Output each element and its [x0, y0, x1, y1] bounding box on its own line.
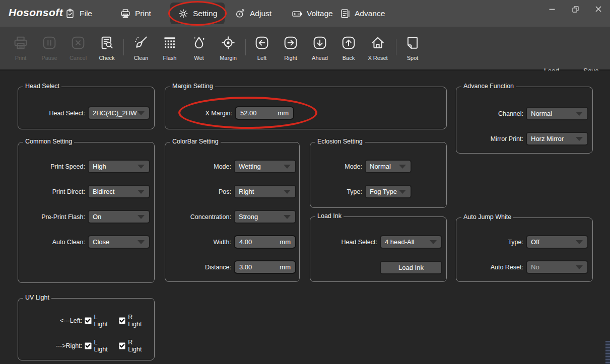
chevron-down-icon — [284, 215, 291, 219]
dropdown-value: Fog Type — [370, 188, 397, 195]
toolbar-ahead[interactable]: Ahead — [305, 30, 334, 69]
print-speed-dropdown[interactable]: High — [88, 160, 150, 173]
toolbar-check[interactable]: Check — [92, 30, 121, 69]
pause-icon — [41, 30, 57, 51]
minimize-button[interactable] — [545, 2, 560, 16]
panel-title: Head Select — [23, 83, 61, 90]
uv-left-l-light-label: L Light — [94, 314, 112, 328]
chevron-down-icon — [138, 190, 145, 194]
panel-title: ColorBar Setting — [170, 138, 221, 145]
toolbar-x-reset[interactable]: X Reset — [363, 30, 392, 69]
chevron-down-icon — [138, 240, 145, 244]
toolbar-flash[interactable]: Flash — [155, 30, 184, 69]
arrow-down-icon — [312, 30, 328, 51]
auto-reset-dropdown[interactable]: No — [526, 260, 588, 274]
channel-dropdown[interactable]: Normal — [526, 107, 588, 120]
panel-uv-light: UV Light <---Left: L Light R Light --->R… — [18, 298, 155, 360]
unit-label: mm — [280, 238, 291, 246]
colorbar-width-input[interactable]: 4.00 mm — [234, 235, 296, 249]
toolbar-left[interactable]: Left — [247, 30, 277, 69]
pre-print-flash-dropdown[interactable]: On — [88, 210, 150, 224]
check-document-icon — [99, 30, 115, 51]
eclosion-mode-dropdown[interactable]: Normal — [365, 160, 412, 173]
document-icon — [340, 8, 351, 19]
menu-item-setting[interactable]: Setting — [170, 3, 225, 24]
chevron-down-icon — [138, 165, 145, 169]
panel-auto-jump-white: Auto Jump White Type: Off Auto Reset: No — [456, 217, 593, 282]
toolbar-wet[interactable]: Wet — [184, 30, 214, 69]
menu-item-advance[interactable]: Advance — [340, 0, 385, 27]
arrow-up-icon — [341, 30, 357, 51]
uv-right-l-light-label: L Light — [94, 339, 112, 353]
toolbar-right[interactable]: Right — [276, 30, 305, 69]
dropdown-value: No — [531, 263, 539, 271]
toolbar-spot[interactable]: Spot — [398, 30, 427, 69]
chevron-down-icon — [576, 112, 583, 116]
panel-title: UV Light — [23, 294, 51, 301]
dropdown-value: Bidirect — [93, 188, 114, 195]
pre-print-flash-label: Pre-Print Flash: — [23, 213, 85, 221]
settings-content: Head Select Head Select: 2HC(4C)_2HW Mar… — [0, 70, 610, 364]
head-select-dropdown[interactable]: 2HC(4C)_2HW — [88, 106, 150, 120]
panel-head-select: Head Select Head Select: 2HC(4C)_2HW — [18, 87, 155, 129]
panel-common-setting: Common Setting Print Speed: High Print D… — [18, 142, 155, 283]
x-margin-input[interactable]: 52.00 mm — [235, 106, 294, 120]
uv-right-r-light-checkbox[interactable] — [119, 342, 125, 349]
input-value: 3.00 — [239, 263, 252, 271]
toolbar-back[interactable]: Back — [334, 30, 363, 69]
print-speed-label: Print Speed: — [23, 163, 85, 170]
menu-item-voltage[interactable]: Voltage — [291, 0, 333, 27]
colorbar-distance-input[interactable]: 3.00 mm — [234, 260, 296, 274]
uv-left-r-light-checkbox[interactable] — [119, 317, 125, 324]
toolbar-margin[interactable]: Margin — [214, 30, 243, 69]
cancel-icon — [70, 30, 86, 51]
panel-colorbar-setting: ColorBar Setting Mode: Wetting Pos: Righ… — [165, 142, 300, 282]
uv-right-l-light-checkbox[interactable] — [85, 342, 91, 349]
spot-page-icon — [404, 30, 421, 51]
menu-item-print[interactable]: Print — [120, 0, 151, 27]
toolbar-clean[interactable]: Clean — [126, 30, 156, 69]
panel-title: Advance Function — [461, 83, 516, 90]
clipboard-icon — [64, 8, 76, 19]
dropdown-value: Close — [93, 238, 109, 246]
menu-item-label: File — [80, 9, 92, 18]
auto-clean-dropdown[interactable]: Close — [88, 235, 150, 249]
panel-advance-function: Advance Function Channel: Normal Mirror … — [456, 87, 593, 154]
close-button[interactable] — [591, 2, 606, 16]
dropdown-value: On — [93, 213, 101, 221]
arrow-right-icon — [283, 30, 299, 51]
panel-title: Auto Jump White — [461, 213, 513, 221]
jump-type-dropdown[interactable]: Off — [526, 235, 588, 249]
dropdown-value: Normal — [531, 110, 552, 117]
mirror-print-label: Mirror Print: — [461, 135, 523, 142]
load-ink-head-select-dropdown[interactable]: 4 head-All — [380, 235, 442, 249]
arrow-left-icon — [254, 30, 270, 51]
wet-drop-icon — [191, 30, 207, 51]
menu-item-label: Print — [135, 9, 151, 18]
menu-bar: Hosonsoft File Print — [0, 0, 610, 27]
menu-item-adjust[interactable]: Adjust — [235, 0, 272, 27]
panel-load-ink: Load Ink Head Select: 4 head-All Load In… — [310, 216, 447, 282]
colorbar-concentration-label: Concentration: — [170, 213, 231, 221]
colorbar-pos-dropdown[interactable]: Right — [234, 185, 296, 198]
eclosion-type-dropdown[interactable]: Fog Type — [365, 185, 412, 198]
uv-left-l-light-checkbox[interactable] — [85, 317, 91, 324]
window-controls — [545, 2, 606, 16]
uv-right-r-light-label: R Light — [128, 339, 147, 353]
dropdown-value: Normal — [370, 163, 391, 170]
flash-nozzle-icon — [162, 30, 178, 51]
auto-clean-label: Auto Clean: — [23, 239, 85, 246]
colorbar-concentration-dropdown[interactable]: Strong — [234, 210, 296, 224]
load-ink-button[interactable]: Load Ink — [380, 261, 442, 274]
restore-button[interactable] — [568, 2, 583, 16]
chevron-down-icon — [138, 111, 145, 115]
background-window-sliver — [605, 341, 610, 364]
print-direct-dropdown[interactable]: Bidirect — [88, 185, 150, 198]
dropdown-value: High — [93, 163, 106, 170]
mirror-print-dropdown[interactable]: Horz Mirror — [526, 132, 588, 145]
unit-label: mm — [280, 263, 291, 271]
panel-title: Margin Setting — [170, 83, 215, 90]
menu-item-file[interactable]: File — [64, 0, 92, 27]
colorbar-mode-dropdown[interactable]: Wetting — [234, 160, 296, 173]
panel-margin-setting: Margin Setting X Margin: 52.00 mm — [165, 87, 447, 129]
